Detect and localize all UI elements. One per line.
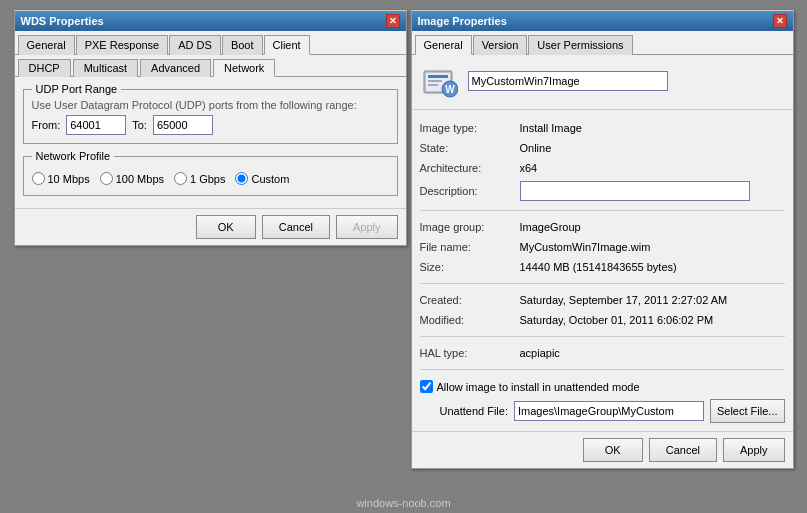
image-prop-cancel-button[interactable]: Cancel <box>649 438 717 462</box>
wds-properties-window: WDS Properties ✕ General PXE Response AD… <box>14 10 407 246</box>
tab-client[interactable]: Client <box>264 35 310 55</box>
udp-description: Use User Datagram Protocol (UDP) ports f… <box>32 99 389 111</box>
tab-general[interactable]: General <box>18 35 75 55</box>
wds-ok-button[interactable]: OK <box>196 215 256 239</box>
svg-rect-3 <box>428 80 442 82</box>
unattend-checkbox[interactable] <box>420 380 433 393</box>
image-prop-button-row: OK Cancel Apply <box>412 431 793 468</box>
radio-100mbps[interactable]: 100 Mbps <box>100 172 164 185</box>
wds-top-tabs: General PXE Response AD DS Boot Client <box>15 31 406 55</box>
image-prop-title: Image Properties <box>418 15 507 27</box>
tab-img-user-permissions[interactable]: User Permissions <box>528 35 632 55</box>
size-row: Size: 14440 MB (15141843655 bytes) <box>420 257 785 277</box>
image-group-value: ImageGroup <box>520 221 581 233</box>
unattend-file-label: Unattend File: <box>440 405 508 417</box>
wds-apply-button[interactable]: Apply <box>336 215 398 239</box>
wds-titlebar: WDS Properties ✕ <box>15 11 406 31</box>
image-name-input[interactable] <box>468 71 668 91</box>
image-properties-window: Image Properties ✕ General Version User … <box>411 10 794 469</box>
to-label: To: <box>132 119 147 131</box>
tab-img-general[interactable]: General <box>415 35 472 55</box>
unattend-file-row: Unattend File: Select File... <box>420 397 785 425</box>
network-profile-section: Network Profile 10 Mbps 100 Mbps 1 Gbps … <box>23 150 398 196</box>
architecture-label: Architecture: <box>420 162 520 174</box>
image-header-row: W <box>412 55 793 110</box>
udp-legend: UDP Port Range <box>32 83 122 95</box>
state-value: Online <box>520 142 552 154</box>
footer-text: windows-noob.com <box>0 497 807 509</box>
svg-rect-2 <box>428 75 448 78</box>
select-file-button[interactable]: Select File... <box>710 399 785 423</box>
radio-1gbps[interactable]: 1 Gbps <box>174 172 225 185</box>
tab-multicast[interactable]: Multicast <box>73 59 138 77</box>
tab-img-version[interactable]: Version <box>473 35 528 55</box>
udp-port-range-section: UDP Port Range Use User Datagram Protoco… <box>23 83 398 144</box>
hal-type-label: HAL type: <box>420 347 520 359</box>
file-name-value: MyCustomWin7Image.wim <box>520 241 651 253</box>
to-input[interactable] <box>153 115 213 135</box>
unattend-path-input[interactable] <box>514 401 704 421</box>
wds-cancel-button[interactable]: Cancel <box>262 215 330 239</box>
tab-advanced[interactable]: Advanced <box>140 59 211 77</box>
architecture-row: Architecture: x64 <box>420 158 785 178</box>
modified-value: Saturday, October 01, 2011 6:06:02 PM <box>520 314 714 326</box>
network-profile-options: 10 Mbps 100 Mbps 1 Gbps Custom <box>32 166 389 187</box>
image-prop-titlebar: Image Properties ✕ <box>412 11 793 31</box>
created-label: Created: <box>420 294 520 306</box>
tab-dhcp[interactable]: DHCP <box>18 59 71 77</box>
description-row: Description: <box>420 178 785 204</box>
image-type-label: Image type: <box>420 122 520 134</box>
svg-text:W: W <box>445 84 455 95</box>
radio-10mbps[interactable]: 10 Mbps <box>32 172 90 185</box>
description-label: Description: <box>420 185 520 197</box>
wds-content: UDP Port Range Use User Datagram Protoco… <box>15 77 406 208</box>
from-input[interactable] <box>66 115 126 135</box>
radio-custom[interactable]: Custom <box>235 172 289 185</box>
tab-network[interactable]: Network <box>213 59 275 77</box>
created-row: Created: Saturday, September 17, 2011 2:… <box>420 290 785 310</box>
image-type-value: Install Image <box>520 122 582 134</box>
image-group-label: Image group: <box>420 221 520 233</box>
size-label: Size: <box>420 261 520 273</box>
hal-type-value: acpiapic <box>520 347 560 359</box>
state-row: State: Online <box>420 138 785 158</box>
custom-label: Custom <box>251 173 289 185</box>
modified-label: Modified: <box>420 314 520 326</box>
wds-sub-tabs: DHCP Multicast Advanced Network <box>15 55 406 77</box>
wds-title: WDS Properties <box>21 15 104 27</box>
wds-close-button[interactable]: ✕ <box>386 14 400 28</box>
created-value: Saturday, September 17, 2011 2:27:02 AM <box>520 294 728 306</box>
from-label: From: <box>32 119 61 131</box>
image-icon: W <box>420 61 460 101</box>
image-group-row: Image group: ImageGroup <box>420 217 785 237</box>
port-range-row: From: To: <box>32 115 389 135</box>
image-type-row: Image type: Install Image <box>420 118 785 138</box>
description-input[interactable] <box>520 181 750 201</box>
modified-row: Modified: Saturday, October 01, 2011 6:0… <box>420 310 785 330</box>
tab-boot[interactable]: Boot <box>222 35 263 55</box>
unattend-checkbox-label: Allow image to install in unattended mod… <box>437 381 640 393</box>
image-prop-tabs: General Version User Permissions <box>412 31 793 55</box>
size-value: 14440 MB (15141843655 bytes) <box>520 261 677 273</box>
file-name-row: File name: MyCustomWin7Image.wim <box>420 237 785 257</box>
image-prop-close-button[interactable]: ✕ <box>773 14 787 28</box>
architecture-value: x64 <box>520 162 538 174</box>
file-name-label: File name: <box>420 241 520 253</box>
state-label: State: <box>420 142 520 154</box>
image-prop-ok-button[interactable]: OK <box>583 438 643 462</box>
tab-ad-ds[interactable]: AD DS <box>169 35 221 55</box>
tab-pxe-response[interactable]: PXE Response <box>76 35 169 55</box>
wds-button-row: OK Cancel Apply <box>15 208 406 245</box>
network-profile-legend: Network Profile <box>32 150 115 162</box>
unattend-checkbox-row: Allow image to install in unattended mod… <box>420 376 785 397</box>
image-properties-content: Image type: Install Image State: Online … <box>412 116 793 431</box>
hal-type-row: HAL type: acpiapic <box>420 343 785 363</box>
svg-rect-4 <box>428 84 438 86</box>
image-prop-apply-button[interactable]: Apply <box>723 438 785 462</box>
